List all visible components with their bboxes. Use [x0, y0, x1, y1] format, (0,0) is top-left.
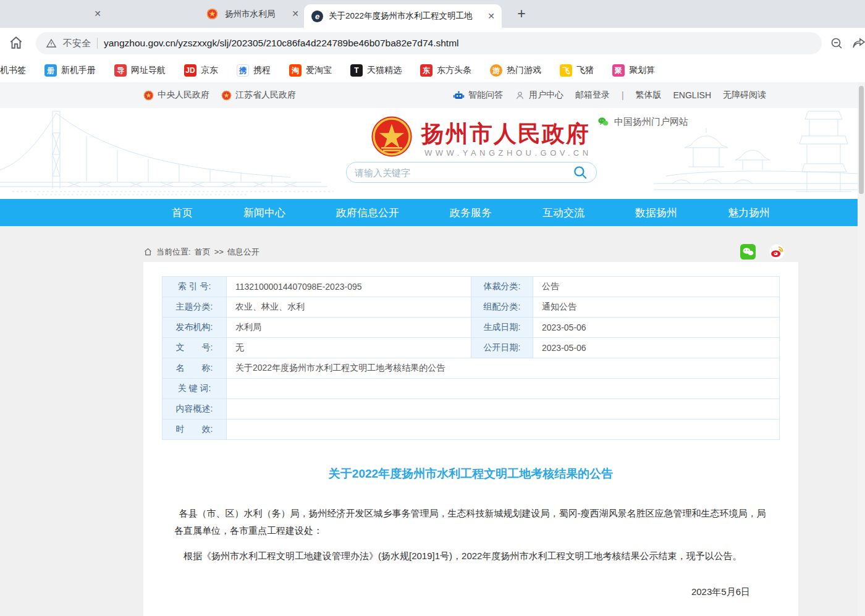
- meta-label: 主题分类:: [162, 297, 227, 318]
- bookmark-label: 新机手册: [61, 65, 96, 76]
- meta-table-row: 发布机构:水利局生成日期:2023-05-06: [162, 318, 780, 338]
- meta-table-row: 时 效:: [162, 420, 780, 440]
- search-box: [346, 162, 597, 183]
- breadcrumb-home-link[interactable]: 首页: [195, 247, 211, 258]
- share-wechat-icon[interactable]: [740, 244, 756, 259]
- main-nav-bar: 首页新闻中心政府信息公开政务服务互动交流数据扬州魅力扬州: [0, 199, 858, 226]
- meta-label: 组配分类:: [471, 297, 533, 318]
- site-domain: WWW.YANGZHOU.GOV.CN: [424, 148, 592, 158]
- link-jiangsu-government[interactable]: 江苏省人民政府: [221, 90, 296, 101]
- bookmark-item[interactable]: 飞 飞猪: [560, 64, 594, 77]
- meta-value: 通知公告: [533, 297, 780, 318]
- browser-toolbar: 不安全 yangzhou.gov.cn/yzszxxgk/slj/202305/…: [0, 28, 865, 59]
- bookmark-favicon-icon: 游: [490, 64, 502, 77]
- portal-label: 中国扬州门户网站: [614, 116, 688, 128]
- nav-item[interactable]: 首页: [172, 206, 193, 220]
- close-icon[interactable]: ✕: [91, 7, 104, 20]
- topbar-left-links: 中央人民政府 江苏省人民政府: [143, 90, 296, 101]
- address-divider: [97, 38, 98, 49]
- nav-item[interactable]: 政务服务: [450, 206, 492, 220]
- security-label[interactable]: 不安全: [63, 38, 91, 49]
- tab-active-announcement[interactable]: e 关于2022年度扬州市水利工程文明工地 ✕: [304, 4, 502, 28]
- article-card: 索 引 号:11321000014407098E-2023-095体裁分类:公告…: [143, 262, 798, 616]
- link-accessibility[interactable]: 无障碍阅读: [723, 90, 766, 101]
- meta-table-row: 关 键 词:: [162, 379, 780, 399]
- nav-item[interactable]: 魅力扬州: [728, 206, 770, 220]
- meta-value: [227, 420, 780, 440]
- link-mail-login[interactable]: 邮箱登录: [575, 90, 610, 101]
- bookmark-label: 飞猪: [576, 65, 594, 76]
- meta-value: 2023-05-06: [533, 338, 780, 358]
- breadcrumb-separator: >>: [214, 247, 224, 256]
- bookmark-item[interactable]: T 天猫精选: [350, 64, 402, 77]
- search-input[interactable]: [355, 167, 572, 178]
- link-label: 江苏省人民政府: [235, 90, 296, 101]
- topbar-separator: |: [622, 90, 624, 100]
- bookmark-favicon-icon: 册: [44, 64, 57, 77]
- nav-item[interactable]: 互动交流: [542, 206, 584, 220]
- article-body: 各县（市、区）水利（务）局，扬州经济开发区城乡事务管理局，生态科技新城规划建设局…: [162, 505, 780, 616]
- bookmark-favicon-icon: 东: [420, 64, 432, 77]
- bookmark-label: 热门游戏: [507, 65, 541, 76]
- bookmark-favicon-icon: 导: [114, 64, 127, 77]
- meta-label: 体裁分类:: [471, 277, 533, 297]
- bookmark-item[interactable]: 淘 爱淘宝: [289, 64, 332, 77]
- close-icon[interactable]: ✕: [486, 11, 497, 21]
- bookmark-item[interactable]: 机书签: [0, 65, 26, 76]
- link-central-government[interactable]: 中央人民政府: [143, 90, 209, 101]
- bookmark-label: 网址导航: [131, 65, 166, 76]
- user-icon: [515, 90, 525, 101]
- meta-table-row: 索 引 号:11321000014407098E-2023-095体裁分类:公告: [162, 277, 780, 297]
- bookmark-item[interactable]: 游 热门游戏: [490, 64, 541, 77]
- new-tab-button[interactable]: +: [513, 5, 530, 22]
- scrollbar-track[interactable]: [858, 82, 865, 616]
- article-paragraph: 各县（市、区）水利（务）局，扬州经济开发区城乡事务管理局，生态科技新城规划建设局…: [174, 505, 767, 539]
- site-header: 扬州市人民政府 WWW.YANGZHOU.GOV.CN 中国扬州门户网站: [0, 108, 858, 199]
- link-label: 中央人民政府: [158, 90, 209, 101]
- meta-label: 关 键 词:: [162, 379, 227, 399]
- home-breadcrumb-icon: [143, 247, 153, 256]
- bookmark-item[interactable]: JD 京东: [184, 64, 218, 77]
- meta-value: 公告: [533, 277, 780, 297]
- meta-table-row: 文 号:无公开日期:2023-05-06: [162, 338, 780, 358]
- link-smart-qa[interactable]: 智能问答: [453, 90, 503, 101]
- search-icon[interactable]: [572, 164, 588, 180]
- bookmarks-bar: 机书签 册 新机手册 导 网址导航 JD 京东 携 携程 淘 爱淘宝 T 天猫精…: [0, 59, 865, 82]
- share-weibo-icon[interactable]: [769, 244, 785, 259]
- close-icon[interactable]: ✕: [289, 7, 302, 20]
- meta-label: 文 号:: [162, 338, 227, 358]
- nav-item[interactable]: 数据扬州: [635, 206, 677, 220]
- url-text[interactable]: yangzhou.gov.cn/yzszxxgk/slj/202305/210c…: [104, 38, 459, 49]
- home-icon[interactable]: [8, 35, 24, 51]
- bookmark-label: 天猫精选: [367, 65, 402, 76]
- link-user-center[interactable]: 用户中心: [515, 90, 563, 101]
- bookmark-item[interactable]: 聚 聚划算: [612, 64, 655, 77]
- scrollbar-thumb[interactable]: [859, 86, 864, 194]
- gov-emblem-icon: [143, 90, 154, 101]
- bookmark-item[interactable]: 东 东方头条: [420, 64, 471, 77]
- gov-emblem-icon: [221, 90, 232, 101]
- nav-item[interactable]: 新闻中心: [243, 206, 285, 220]
- address-bar[interactable]: 不安全 yangzhou.gov.cn/yzszxxgk/slj/202305/…: [36, 32, 822, 54]
- portal-link[interactable]: 中国扬州门户网站: [597, 116, 688, 128]
- tab-yangzhou-water-bureau[interactable]: 扬州市水利局: [225, 9, 275, 20]
- link-label: 无障碍阅读: [723, 90, 766, 101]
- bookmark-label: 爱淘宝: [306, 65, 332, 76]
- share-icon[interactable]: [851, 36, 865, 51]
- link-traditional-chinese[interactable]: 繁体版: [636, 90, 662, 101]
- nav-item[interactable]: 政府信息公开: [336, 206, 399, 220]
- bookmark-item[interactable]: 导 网址导航: [114, 64, 166, 77]
- meta-value: 关于2022年度扬州市水利工程文明工地考核结果的公告: [227, 358, 780, 379]
- bridge-sketch-art: [0, 108, 395, 199]
- bookmark-item[interactable]: 携 携程: [237, 64, 271, 77]
- meta-table-row: 内容概述:: [162, 399, 780, 420]
- link-label: 邮箱登录: [575, 90, 610, 101]
- meta-value: 11321000014407098E-2023-095: [227, 277, 471, 297]
- breadcrumb-prefix: 当前位置:: [156, 247, 191, 258]
- link-english[interactable]: ENGLISH: [673, 90, 711, 100]
- meta-value: 水利局: [227, 318, 471, 338]
- bookmark-item[interactable]: 册 新机手册: [44, 64, 96, 77]
- meta-value: [227, 379, 780, 399]
- meta-table: 索 引 号:11321000014407098E-2023-095体裁分类:公告…: [162, 276, 780, 440]
- zoom-out-icon[interactable]: [829, 36, 844, 51]
